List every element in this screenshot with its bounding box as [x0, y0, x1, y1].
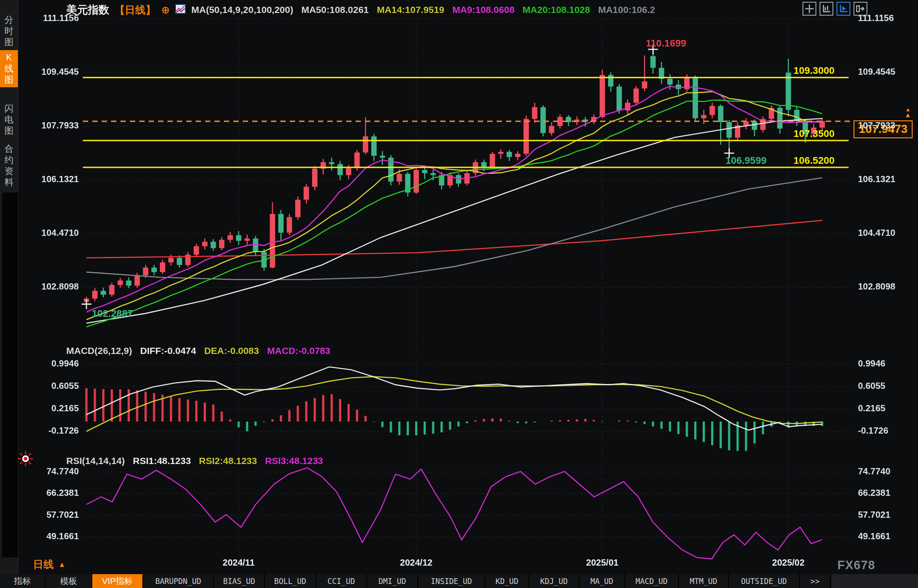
macd-legend-item-4: MACD:-0.0783: [267, 345, 330, 356]
macd-legend-item-3: DEA:-0.0083: [204, 345, 259, 356]
x-axis-label-2: 2024/12: [381, 558, 452, 568]
sidebar-tab-1[interactable]: 分 时 图: [0, 13, 18, 50]
main-ma-legend: MA(50,14,9,20,100,200)MA50:108.0261MA14:…: [191, 4, 655, 15]
chart-title-row: 美元指数 【日线】 ⊕ MA(50,14,9,20,100,200)MA50:1…: [66, 3, 655, 17]
x-axis-label-1: 2024/11: [203, 558, 275, 568]
bottom-tab-8[interactable]: DMI_UD: [367, 574, 417, 588]
bottom-tab-1[interactable]: 指标: [0, 574, 45, 588]
rsi-legend: RSI(14,14,14)RSI1:48.1233RSI2:48.1233RSI…: [66, 456, 323, 466]
rsi-tick-right-1: 74.7740: [858, 466, 911, 477]
pan-tool-icon[interactable]: [802, 2, 816, 16]
x-axis-label-4: 2025/02: [752, 558, 824, 568]
bottom-tab-2[interactable]: 模板: [46, 574, 91, 588]
rsi-tick-left-1: 74.7740: [26, 466, 79, 477]
rsi-tick-left-3: 57.7021: [26, 510, 79, 520]
app-window: 分 时 图K 线 图闪 电 图合 约 资 料 美元指数 【日线】 ⊕ MA(50…: [0, 0, 918, 588]
x-axis-label-3: 2025/01: [566, 558, 638, 568]
rsi-legend-item-1: RSI(14,14,14): [66, 456, 125, 466]
main-ma-legend-item-5: MA20:108.1028: [523, 4, 590, 15]
bottom-tab-10[interactable]: KD_UD: [485, 574, 528, 588]
current-price-arrow-icon: ▴▲: [905, 106, 911, 118]
chart-canvas[interactable]: [0, 0, 918, 588]
bottom-tab-16[interactable]: >>: [800, 574, 830, 588]
rsi-legend-item-2: RSI1:48.1233: [133, 456, 191, 466]
price-tick-left-6: 102.8098: [26, 281, 79, 292]
price-tick-left-1: 111.1156: [26, 13, 79, 23]
bottom-tab-filler: [831, 574, 918, 588]
macd-tick-right-2: 0.6055: [858, 381, 911, 391]
price-tick-right-3: 107.7933: [858, 120, 911, 131]
hline-label-1[interactable]: 109.3000: [794, 65, 835, 77]
rsi-legend-item-3: RSI2:48.1233: [199, 456, 257, 466]
macd-tick-right-3: 0.2165: [858, 403, 911, 413]
rsi-tick-right-2: 66.2381: [858, 488, 911, 498]
sidebar-tab-4[interactable]: 合 约 资 料: [0, 141, 18, 190]
hline-label-3[interactable]: 106.5200: [794, 155, 835, 166]
macd-tick-right-4: -0.1726: [858, 426, 911, 436]
period-selector-label: 日线: [33, 558, 54, 571]
bottom-tab-4[interactable]: BARUPDN_UD: [143, 574, 213, 588]
bottom-tab-7[interactable]: CCI_UD: [316, 574, 366, 588]
main-ma-legend-item-6: MA100:106.2: [598, 4, 655, 15]
watermark: FX678: [837, 558, 875, 572]
axis-scale-icon[interactable]: [819, 2, 833, 16]
macd-legend-item-2: DIFF:-0.0474: [140, 345, 196, 356]
bottom-tab-9[interactable]: INSIDE_UD: [418, 574, 485, 588]
low-price-label: 106.9599: [725, 155, 767, 166]
price-tick-right-6: 102.8098: [858, 281, 911, 292]
price-tick-left-5: 104.4710: [26, 228, 79, 238]
bottom-tab-14[interactable]: MTM_UD: [679, 574, 728, 588]
hline-label-2[interactable]: 107.3500: [794, 128, 835, 140]
bottom-tab-11[interactable]: KDJ_UD: [529, 574, 579, 588]
price-tick-left-3: 107.7933: [26, 120, 79, 131]
indicator-tab-bar: 指标模板VIP指标BARUPDN_UDBIAS_UDBOLL_UDCCI_UDD…: [0, 574, 918, 588]
sidebar-tab-2[interactable]: K 线 图: [0, 50, 18, 87]
macd-tick-left-3: 0.2165: [26, 403, 79, 413]
main-ma-legend-item-2: MA50:108.0261: [301, 4, 369, 15]
sidebar-inner-column: [2, 192, 18, 558]
bottom-tab-6[interactable]: BOLL_UD: [265, 574, 315, 588]
price-tick-left-4: 106.1321: [26, 174, 79, 184]
start-low-price-label: 102.2887: [92, 308, 133, 320]
main-ma-legend-item-3: MA14:107.9519: [377, 4, 445, 15]
rsi-tick-left-4: 49.1661: [26, 531, 79, 541]
axis-autoscroll-icon[interactable]: [836, 2, 850, 16]
mini-chart-icon[interactable]: [175, 4, 186, 16]
main-ma-legend-item-1: MA(50,14,9,20,100,200): [191, 4, 293, 15]
period-selector[interactable]: 日线 ▲: [33, 558, 66, 571]
indicator-settings-icon[interactable]: [18, 451, 33, 468]
sidebar-tab-3[interactable]: 闪 电 图: [0, 101, 18, 138]
bottom-tab-5[interactable]: BIAS_UD: [214, 574, 264, 588]
macd-legend: MACD(26,12,9)DIFF:-0.0474DEA:-0.0083MACD…: [66, 345, 330, 356]
bottom-tab-3[interactable]: VIP指标: [92, 574, 142, 588]
price-tick-right-2: 109.4545: [858, 67, 911, 77]
price-tick-right-1: 111.1156: [858, 13, 911, 23]
main-ma-legend-item-4: MA9:108.0608: [452, 4, 515, 15]
period-tag: 【日线】: [115, 3, 156, 17]
macd-tick-left-2: 0.6055: [26, 381, 79, 391]
bottom-tab-12[interactable]: MA_UD: [579, 574, 624, 588]
bottom-tab-15[interactable]: OUTSIDE_UD: [729, 574, 799, 588]
macd-tick-left-4: -0.1726: [26, 426, 79, 436]
price-tick-right-4: 106.1321: [858, 174, 911, 184]
high-price-label: 110.1699: [646, 38, 686, 49]
price-tick-left-2: 109.4545: [26, 67, 79, 77]
rsi-tick-right-4: 49.1661: [858, 531, 911, 541]
rsi-legend-item-4: RSI3:48.1233: [265, 456, 323, 466]
rsi-tick-left-2: 66.2381: [26, 488, 79, 498]
macd-tick-right-1: 0.9946: [858, 358, 911, 369]
macd-legend-item-1: MACD(26,12,9): [66, 345, 132, 356]
macd-tick-left-1: 0.9946: [26, 358, 79, 369]
bottom-tab-13[interactable]: MACD_UD: [625, 574, 678, 588]
price-tick-right-5: 104.4710: [858, 228, 911, 238]
add-compare-icon[interactable]: ⊕: [161, 4, 170, 16]
chevron-up-icon: ▲: [58, 560, 66, 569]
left-sidebar: 分 时 图K 线 图闪 电 图合 约 资 料: [0, 0, 18, 588]
rsi-tick-right-3: 57.7021: [858, 510, 911, 520]
